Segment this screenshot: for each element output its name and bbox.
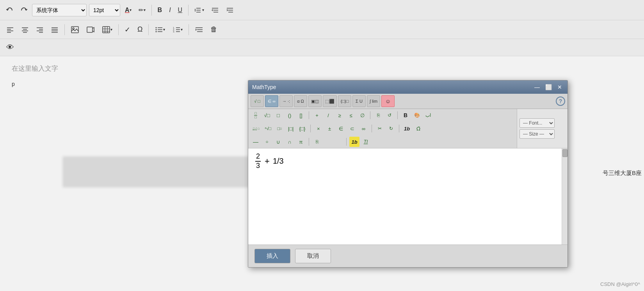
math-tab-matrix2[interactable]: ⬚⬛ bbox=[323, 95, 337, 107]
sym-plus[interactable]: + bbox=[312, 110, 322, 120]
fraction-2-3: 2 3 bbox=[255, 152, 261, 170]
sym-sep3 bbox=[397, 111, 398, 119]
sym-sep5 bbox=[372, 125, 372, 132]
sym-abs[interactable]: |□| bbox=[286, 123, 296, 134]
sym-sep9 bbox=[346, 138, 347, 146]
inline-fraction: 1/3 bbox=[273, 157, 284, 166]
sym-in[interactable]: ∈ bbox=[336, 123, 346, 134]
sym-ti[interactable]: TI bbox=[361, 137, 371, 147]
dialog-minimize-button[interactable]: — bbox=[533, 84, 541, 90]
math-symbol-toolbar: □□ √□ □ () [] + / ≥ ≤ ∅ ⎘ ↺ B 🎨 اب bbox=[248, 109, 568, 148]
sym-color[interactable]: 🎨 bbox=[412, 110, 422, 120]
sym-frac-mixed[interactable]: □/□ bbox=[251, 123, 262, 134]
sym-sep7 bbox=[309, 138, 309, 146]
sym-paste[interactable]: ⎘ bbox=[312, 137, 322, 147]
dialog-titlebar: MathType — ⬜ ✕ bbox=[248, 80, 568, 94]
dialog-maximize-button[interactable]: ⬜ bbox=[544, 84, 553, 90]
math-formula-editor[interactable]: 2 3 + 1/3 bbox=[248, 148, 562, 245]
sym-sep4 bbox=[310, 125, 311, 132]
math-tab-ops[interactable]: Σ U bbox=[352, 95, 366, 107]
formula-scrollbar[interactable] bbox=[562, 148, 568, 245]
sym-divide-inline[interactable]: / bbox=[323, 110, 333, 120]
math-formula-content: 2 3 + 1/3 bbox=[254, 152, 555, 170]
sym-redo2[interactable]: ↻ bbox=[386, 123, 396, 134]
math-size-select[interactable]: — Size — bbox=[519, 129, 555, 139]
sym-leq[interactable]: ≤ bbox=[346, 110, 356, 120]
math-symbols-left: □□ √□ □ () [] + / ≥ ≤ ∅ ⎘ ↺ B 🎨 اب bbox=[248, 109, 517, 148]
math-style-panel: — Font... — Size — bbox=[517, 109, 568, 148]
sym-undo2[interactable]: ↺ bbox=[384, 110, 395, 120]
font-dropdown-row: — Font... bbox=[519, 118, 565, 128]
math-tab-greek[interactable]: α Ω bbox=[294, 95, 307, 107]
sym-obelus[interactable]: ÷ bbox=[262, 137, 272, 147]
sym-arabic[interactable]: اب bbox=[423, 110, 433, 120]
sym-minus[interactable]: — bbox=[251, 137, 261, 147]
math-tab-toolbar: √ □ ∈ ∞ → ·: α Ω ▣◫ ⬚⬛ (□)□ Σ U ∫ lim ☺ … bbox=[248, 94, 568, 109]
editor-container: 系统字体 12pt A ▾ ✏ ▾ B I U ▾ bbox=[0, 0, 644, 291]
sym-1b-highlight[interactable]: 1b bbox=[349, 137, 359, 147]
math-tab-parens[interactable]: (□)□ bbox=[338, 95, 351, 107]
sym-box[interactable]: □ bbox=[273, 110, 283, 120]
size-dropdown-row: — Size — bbox=[519, 129, 565, 139]
sym-brackets[interactable]: [] bbox=[296, 110, 306, 120]
sym-omega-special[interactable]: Ω̈ bbox=[413, 123, 423, 134]
plus-sign: + bbox=[265, 156, 270, 166]
sym-parens[interactable]: () bbox=[285, 110, 295, 120]
sym-bold[interactable]: B bbox=[400, 110, 411, 120]
sym-times[interactable]: × bbox=[313, 123, 324, 134]
sym-pi[interactable]: π bbox=[296, 137, 306, 147]
dialog-title: MathType bbox=[252, 84, 276, 90]
scrollbar-thumb bbox=[562, 149, 568, 157]
sym-union[interactable]: ∪ bbox=[273, 137, 283, 147]
math-tab-special[interactable]: ☺ bbox=[381, 95, 395, 107]
sym-sqrt[interactable]: √□ bbox=[262, 110, 272, 120]
sym-nth-root[interactable]: ⁿ√□ bbox=[263, 123, 273, 134]
sym-sep2 bbox=[370, 111, 370, 119]
cancel-button[interactable]: 取消 bbox=[295, 249, 331, 263]
sym-cut[interactable]: ✂ bbox=[375, 123, 385, 134]
math-font-select[interactable]: — Font... bbox=[519, 118, 555, 128]
dialog-close-button[interactable]: ✕ bbox=[556, 84, 564, 90]
sym-fraction[interactable]: □□ bbox=[251, 110, 261, 120]
sym-subset[interactable]: ⊂ bbox=[347, 123, 358, 134]
dialog-footer: 插入 取消 bbox=[248, 245, 568, 267]
mathtype-dialog: MathType — ⬜ ✕ √ □ ∈ ∞ → ·: α Ω ▣◫ ⬚⬛ (□… bbox=[248, 80, 568, 268]
sym-empty[interactable]: ∅ bbox=[357, 110, 367, 120]
dialog-controls: — ⬜ ✕ bbox=[533, 84, 564, 90]
sym-superscript[interactable]: □□ bbox=[274, 123, 285, 134]
math-formula-row: 2 3 + 1/3 bbox=[248, 148, 568, 245]
sym-copy[interactable]: ⎘ bbox=[373, 110, 383, 120]
math-tab-arrows[interactable]: → ·: bbox=[279, 95, 293, 107]
sym-1b-italic[interactable]: 1b bbox=[402, 123, 412, 134]
sym-intersect[interactable]: ∩ bbox=[285, 137, 295, 147]
sym-braces[interactable]: {□} bbox=[297, 123, 308, 134]
sym-infinity[interactable]: ∞ bbox=[359, 123, 369, 134]
sym-geq[interactable]: ≥ bbox=[334, 110, 345, 120]
help-icon[interactable]: ? bbox=[556, 96, 565, 106]
math-tab-lim[interactable]: ∫ lim bbox=[367, 95, 380, 107]
insert-button[interactable]: 插入 bbox=[254, 249, 290, 263]
sym-sep6 bbox=[399, 125, 399, 132]
math-tab-matrix1[interactable]: ▣◫ bbox=[308, 95, 322, 107]
sym-plusminus[interactable]: ± bbox=[325, 123, 335, 134]
math-tab-sets[interactable]: ∈ ∞ bbox=[265, 95, 278, 107]
sym-sep1 bbox=[309, 111, 309, 119]
math-tab-radicals[interactable]: √ □ bbox=[251, 95, 264, 107]
